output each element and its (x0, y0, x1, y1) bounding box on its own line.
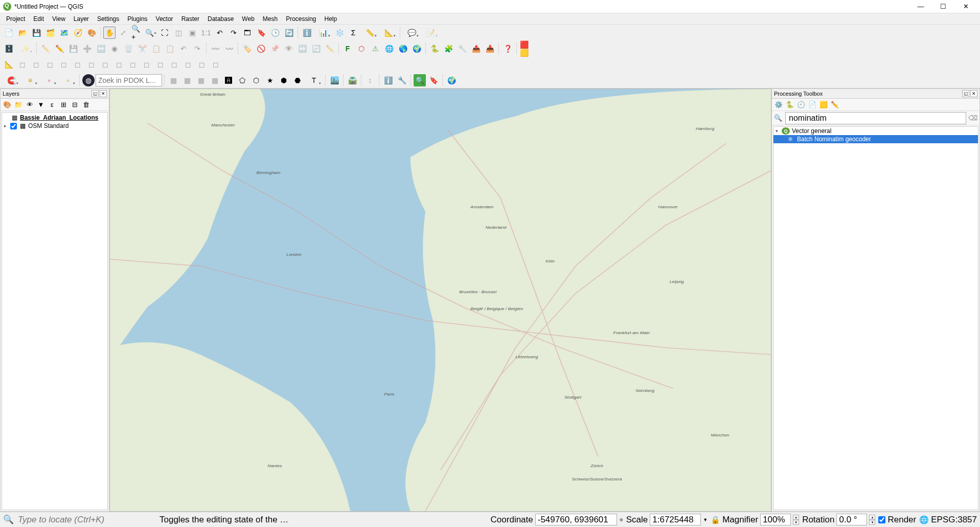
locator-input[interactable] (16, 515, 156, 525)
sel-tool-4[interactable]: ▦ (209, 74, 221, 86)
menu-web[interactable]: Web (238, 14, 258, 24)
pan-selection-button[interactable]: ⤢ (117, 27, 129, 39)
layer-row-bassie[interactable]: ▦ Bassie_Adriaan_Locations (3, 114, 106, 122)
info-plugin-button[interactable]: ℹ️ (382, 74, 394, 86)
plugin-globe3-button[interactable]: 🌍 (411, 42, 423, 55)
layers-panel-float-button[interactable]: ◱ (92, 90, 99, 97)
plugin-tool3-button[interactable]: 📥 (484, 42, 496, 55)
proc-history-button[interactable]: 🕘 (796, 100, 806, 109)
sel-tool-1[interactable]: ▦ (167, 74, 179, 86)
plugin-f-button[interactable]: F (341, 42, 354, 55)
new-project-button[interactable]: 📄 (3, 27, 15, 39)
sel-tool-10[interactable]: ⬣ (291, 74, 304, 86)
toggle-editing-button[interactable]: ✏️ (53, 42, 65, 55)
save-edits-button[interactable]: 💾 (67, 42, 79, 55)
scale-dropdown-icon[interactable]: ▼ (703, 517, 708, 522)
rotation-spinner[interactable]: ▲▼ (869, 515, 875, 525)
delete-selected-button[interactable]: 🗑️ (122, 42, 134, 55)
plugin-warn-button[interactable]: ⚠ (369, 42, 381, 55)
adv-tool-1[interactable]: ◻ (16, 58, 29, 71)
proc-results-button[interactable]: 📄 (808, 100, 817, 109)
menu-database[interactable]: Database (203, 14, 238, 24)
wrench-plugin-button[interactable]: 🔧 (396, 74, 408, 86)
search-plugin-button[interactable]: 🔍 (414, 74, 426, 86)
menu-plugins[interactable]: Plugins (123, 14, 151, 24)
adv-tool-7[interactable]: ◻ (99, 58, 111, 71)
data-source-manager-button[interactable]: 🗄️ (3, 42, 15, 55)
pin-labels-button[interactable]: 📌 (268, 42, 281, 55)
sel-tool-6[interactable]: ⬠ (236, 74, 248, 86)
show-labels-button[interactable]: 🏷️ (241, 42, 253, 55)
new-layer-button[interactable]: ✨ (16, 42, 34, 55)
zoom-next-button[interactable]: ↷ (227, 27, 240, 39)
adv-tool-8[interactable]: ◻ (113, 58, 125, 71)
loc-tool-3[interactable]: ↕ (364, 74, 376, 86)
scale-input[interactable] (650, 514, 701, 525)
layers-collapse-button[interactable]: ⊟ (70, 100, 79, 109)
sel-tool-8[interactable]: ★ (264, 74, 276, 86)
adv-tool-15[interactable]: ◻ (210, 58, 222, 71)
snap-segment-button[interactable]: ▫ (59, 74, 77, 86)
proc-group-vector-general[interactable]: ▾ Q Vector general (773, 127, 978, 135)
zoom-layer-button[interactable]: ▣ (186, 27, 198, 39)
attributes-button[interactable]: 📊 (314, 27, 332, 39)
adv-tool-13[interactable]: ◻ (182, 58, 194, 71)
crs-value[interactable]: EPSG:3857 (931, 515, 977, 525)
magnifier-spinner[interactable]: ▲▼ (793, 515, 799, 525)
vertex-tool-button[interactable]: ◉ (108, 42, 121, 55)
proc-toolbox-button[interactable]: ❄️ (333, 27, 346, 39)
menu-vector[interactable]: Vector (152, 14, 177, 24)
adv-tool-14[interactable]: ◻ (196, 58, 208, 71)
render-checkbox[interactable] (878, 516, 885, 523)
pdok-button[interactable]: ◍ (82, 74, 95, 86)
plugin-manager-button[interactable]: 🧩 (442, 42, 454, 55)
menu-view[interactable]: View (48, 14, 70, 24)
redo-button[interactable]: ↷ (191, 42, 203, 55)
open-project-button[interactable]: 📂 (16, 27, 29, 39)
paste-features-button[interactable]: 📋 (164, 42, 176, 55)
globe-plugin-button[interactable]: 🌍 (445, 74, 458, 86)
adv-tool-5[interactable]: ◻ (72, 58, 84, 71)
rotate-label-button[interactable]: 🔄 (310, 42, 322, 55)
map-canvas[interactable]: Great Britain London Amsterdam Nederland… (109, 89, 771, 512)
lock-icon[interactable]: 🔒 (711, 515, 720, 524)
adv-tool-2[interactable]: ◻ (30, 58, 42, 71)
layers-expand-button[interactable]: ⊞ (59, 100, 68, 109)
hide-labels-button[interactable]: 🚫 (255, 42, 267, 55)
processing-panel-header[interactable]: Processing Toolbox ◱ ✕ (772, 89, 979, 99)
adv-tool-12[interactable]: ◻ (168, 58, 180, 71)
proc-settings-button[interactable]: ⚙️ (774, 100, 783, 109)
zoom-in-button[interactable]: 🔍+ (131, 27, 143, 39)
sel-tool-7[interactable]: ⬡ (250, 74, 262, 86)
adv-tool-6[interactable]: ◻ (85, 58, 98, 71)
zoom-selection-button[interactable]: ◫ (172, 27, 185, 39)
sel-tool-2[interactable]: ▦ (181, 74, 193, 86)
show-label-button[interactable]: 👁️ (282, 42, 294, 55)
menu-help[interactable]: Help (321, 14, 341, 24)
adv-tool-11[interactable]: ◻ (154, 58, 167, 71)
sel-tool-9[interactable]: ⬢ (278, 74, 290, 86)
plugin-globe2-button[interactable]: 🌎 (397, 42, 409, 55)
loc-tool-1[interactable]: 🏙️ (328, 74, 340, 86)
plugin-multicolor-button[interactable]: 🟥🟨 (519, 42, 532, 55)
magnifier-input[interactable] (760, 514, 791, 525)
layer-row-osm[interactable]: ▸ ▩ OSM Standard (3, 122, 106, 130)
processing-panel-float-button[interactable]: ◱ (962, 90, 969, 97)
menu-layer[interactable]: Layer (70, 14, 93, 24)
help-button[interactable]: ❓ (502, 42, 514, 55)
move-label-button[interactable]: ↔️ (296, 42, 308, 55)
adv-tool-10[interactable]: ◻ (141, 58, 153, 71)
maximize-button[interactable]: ☐ (932, 0, 954, 13)
menu-processing[interactable]: Processing (282, 14, 320, 24)
adv-tool-9[interactable]: ◻ (127, 58, 139, 71)
snap-layers-button[interactable]: ≡ (21, 74, 39, 86)
undo-button[interactable]: ↶ (177, 42, 190, 55)
layout-manager-button[interactable]: 🧭 (72, 27, 84, 39)
python-console-button[interactable]: 🐍 (428, 42, 441, 55)
menu-settings[interactable]: Settings (93, 14, 123, 24)
proc-alg-batch-nominatim[interactable]: ❄ Batch Nominatim geocoder (773, 135, 978, 143)
save-project-as-button[interactable]: 🗂️ (44, 27, 56, 39)
adv-tool-3[interactable]: ◻ (44, 58, 56, 71)
sel-tool-5[interactable]: 🅰 (222, 74, 235, 86)
cut-features-button[interactable]: ✂️ (136, 42, 148, 55)
